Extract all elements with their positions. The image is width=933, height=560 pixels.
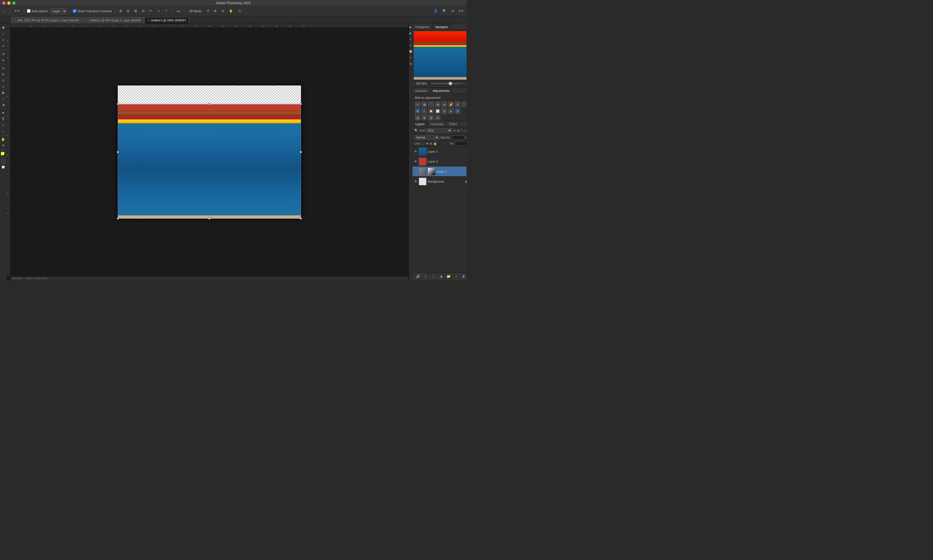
auto-select-dropdown[interactable]: Layer Group [50, 8, 67, 14]
user-button[interactable]: 👤 [432, 8, 439, 14]
home-button[interactable]: ⌂ [2, 8, 7, 14]
transform-handle-ml[interactable] [117, 151, 119, 153]
eyedropper-tool-button[interactable]: ⊕ [0, 57, 6, 63]
zoom-in-button[interactable]: ⊕ [213, 8, 218, 14]
search-button[interactable]: 🔍 [441, 8, 448, 14]
quick-mask-button[interactable]: □ [1, 159, 6, 164]
align-top-button[interactable]: ⊡ [140, 8, 146, 14]
curves-icon-btn[interactable]: ⌒ [428, 102, 434, 107]
magic-wand-tool-button[interactable]: ✦ [0, 43, 6, 49]
lock-all-icon[interactable]: 🔒 [433, 142, 437, 145]
panel-icon-history[interactable]: ↩ [409, 55, 413, 59]
layers-tab[interactable]: Layers [413, 121, 428, 127]
transform-handle-br[interactable] [300, 218, 302, 220]
channelmixer-icon-btn[interactable]: ≡ [421, 108, 427, 114]
add-layer-button[interactable]: + [454, 274, 459, 279]
panel-icon-arrow[interactable]: ▶ [409, 25, 413, 29]
screen-mode-button[interactable]: ⬜ [0, 164, 6, 170]
distribute-button[interactable]: ⊤ [163, 8, 170, 14]
path-select-tool-button[interactable]: ∧ [0, 122, 6, 128]
solidcolor-icon-btn[interactable]: ■ [421, 115, 427, 120]
brightness-icon-btn[interactable]: ☀ [415, 102, 420, 107]
transform-controls-checkbox[interactable] [73, 9, 76, 13]
zoom-out-button[interactable]: ⊖ [220, 8, 226, 14]
navigator-tab[interactable]: Navigator [432, 24, 451, 30]
levels-icon-btn[interactable]: ▦ [421, 102, 427, 107]
align-middle-button[interactable]: ⊢ [148, 8, 154, 14]
dodge-tool-button[interactable]: ◑ [0, 102, 6, 108]
tab-close-2[interactable]: × [86, 19, 87, 22]
layers-panel-menu[interactable]: ≡ [464, 122, 467, 126]
transform-handle-tr[interactable] [300, 103, 302, 105]
layer-row-layer1[interactable]: 👁 Layer 1 [413, 166, 467, 177]
tab-close-1[interactable]: × [14, 19, 16, 22]
lock-pixels-icon[interactable]: ⬚ [422, 142, 425, 145]
blend-menu-icon[interactable]: ▾ [466, 136, 467, 139]
zoom-plus-icon[interactable]: + [462, 82, 464, 85]
align-center-button[interactable]: ⊟ [125, 8, 131, 14]
shape-filter-icon[interactable]: □ [463, 129, 464, 132]
nav-zoom-thumb[interactable] [449, 82, 452, 85]
rotate-button[interactable]: ↺ [205, 8, 211, 14]
layer-row-background[interactable]: 👁 Background 🔒 [413, 177, 467, 186]
posterize-icon-btn[interactable]: ⊞ [441, 108, 447, 114]
layer1-eye-icon[interactable]: 👁 [414, 169, 418, 174]
delete-layer-button[interactable]: 🗑 [461, 274, 466, 279]
gradientmap-icon-btn[interactable]: ▤ [415, 115, 420, 120]
panel-icon-color[interactable]: 🎨 [409, 49, 413, 53]
lasso-tool-button[interactable]: ⌖ [0, 37, 6, 43]
libraries-tab[interactable]: Libraries [413, 88, 430, 94]
shape-tool-button[interactable]: □ [0, 128, 6, 134]
threshold-icon-btn[interactable]: ▲ [448, 108, 454, 114]
bw-icon-btn[interactable]: ⬛ [461, 102, 467, 107]
tab-close-3[interactable]: × [148, 19, 149, 22]
add-style-button[interactable]: ƒ [423, 274, 428, 279]
lock-move-icon[interactable]: ✥ [426, 142, 429, 145]
histogram-tab[interactable]: Histogram [413, 24, 432, 30]
zoom-tool-button[interactable]: ⊕ [0, 143, 6, 148]
transform-handle-bl[interactable] [117, 218, 119, 220]
brush-tool-button[interactable]: ✏ [0, 72, 6, 77]
type-tool-button[interactable]: T [0, 116, 6, 122]
photofilter-icon-btn[interactable]: 🔷 [415, 108, 420, 114]
background-eye-icon[interactable]: 👁 [414, 180, 418, 183]
clone-tool-button[interactable]: ⊙ [0, 78, 6, 83]
tab-img7813[interactable]: × IMG_7813.JPG @ 59.3% (Layer 2, Layer M… [11, 17, 82, 24]
zoom-minus-icon[interactable]: - [414, 82, 415, 85]
panel-icon-info[interactable]: ℹ [409, 43, 413, 47]
layer2-eye-icon[interactable]: 👁 [414, 149, 418, 154]
gradient-icon-btn[interactable]: ▥ [428, 115, 434, 120]
foreground-color-swatch[interactable] [1, 152, 5, 155]
adjustment-filter-icon[interactable]: ◑ [456, 129, 459, 132]
3d-mode-button[interactable]: 3D Mode [187, 8, 203, 14]
panel-icon-properties[interactable]: ⊞ [409, 62, 413, 66]
transform-handle-bc[interactable] [208, 218, 210, 220]
transform-handle-tl[interactable] [117, 103, 119, 105]
more-options-button[interactable]: ••• [175, 8, 182, 14]
eraser-tool-button[interactable]: ◻ [0, 84, 6, 89]
hand-tool-button[interactable]: ✋ [0, 137, 6, 142]
panel-icon-play[interactable]: ▶ [409, 31, 413, 35]
move-options-button[interactable]: ✦ ▾ [13, 8, 21, 14]
pixel-filter-icon[interactable]: ⊞ [453, 129, 456, 132]
colorbalance-icon-btn[interactable]: ⊕ [455, 102, 460, 107]
align-bottom-button[interactable]: ⊣ [156, 8, 162, 14]
close-button[interactable] [2, 2, 6, 5]
pen-tool-button[interactable]: ✒ [0, 110, 6, 116]
exposure-icon-btn[interactable]: ◑ [435, 102, 440, 107]
kind-filter-select[interactable]: Kind [426, 128, 452, 133]
workspace-button[interactable]: ⊡ [450, 8, 456, 14]
selectivecolor-icon-btn[interactable]: 🔵 [455, 108, 460, 114]
pattern-icon-btn[interactable]: ⊟ [435, 115, 440, 120]
add-link-button[interactable]: 🔗 [416, 274, 421, 279]
crop-tool-button[interactable]: ⧉ [0, 51, 6, 57]
panel-icon-filter[interactable]: ≡ [409, 37, 413, 41]
smart-filter-icon[interactable]: ◈ [466, 129, 467, 132]
add-adjustment-button[interactable]: ◑ [438, 274, 443, 279]
layer3-eye-icon[interactable]: 👁 [414, 160, 418, 163]
invert-icon-btn[interactable]: ⬜ [435, 108, 440, 114]
move-tool-button[interactable]: ✥ [0, 25, 6, 31]
hue-icon-btn[interactable]: 🌈 [448, 102, 454, 107]
healing-tool-button[interactable]: ⊕ [0, 66, 6, 71]
nav-zoom-slider[interactable] [431, 83, 461, 84]
